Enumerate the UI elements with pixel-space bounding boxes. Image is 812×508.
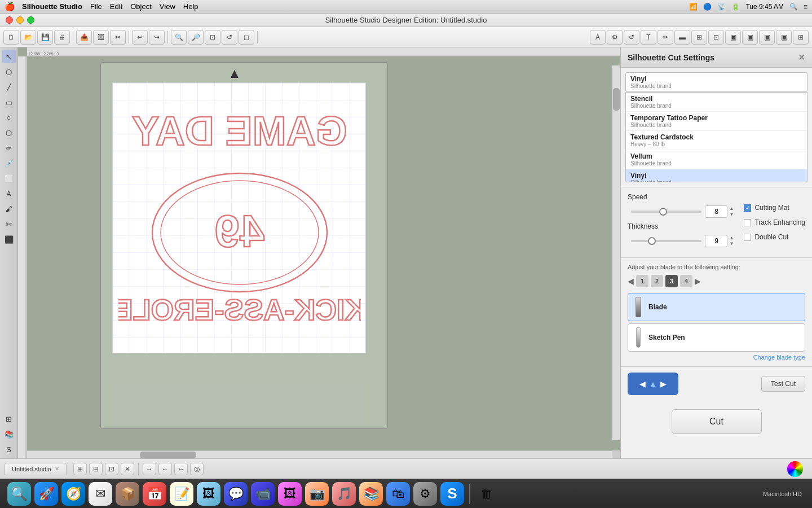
open-button[interactable]: 📂 [20,30,36,45]
menubar-edit[interactable]: Edit [110,2,122,11]
silhouette-panel[interactable]: S [2,443,16,456]
cut-button[interactable]: Cut [672,409,762,434]
nav-up-button[interactable]: ▲ [649,379,657,388]
node-tool-button[interactable]: ⚙ [607,30,623,45]
speed-up-button[interactable]: ▲ [728,206,735,212]
dock-sysprefs[interactable]: ⚙ [413,482,437,506]
text-tool-button[interactable]: T [641,30,656,45]
test-cut-button[interactable]: Test Cut [761,376,805,392]
dock-facetime[interactable]: 📹 [251,482,275,506]
thickness-up-button[interactable]: ▲ [728,235,735,241]
speed-input[interactable]: 8 [705,205,727,218]
dock-notes[interactable]: 📝 [170,482,193,506]
dock-calendar[interactable]: 📅 [143,482,166,506]
panel2-button[interactable]: ▣ [742,30,758,45]
paint-tool[interactable]: 🖌 [2,202,16,216]
menubar-file[interactable]: File [90,2,102,11]
thickness-slider[interactable] [631,240,701,242]
vertical-scrollbar-thumb[interactable] [613,88,620,111]
redo-button[interactable]: ↪ [149,30,165,45]
undo-button[interactable]: ↩ [132,30,148,45]
dock-messages[interactable]: 💬 [224,482,248,506]
backward-button[interactable]: ← [158,463,172,475]
layers-panel[interactable]: ⊞ [2,412,16,426]
nav-right-button[interactable]: ▶ [660,379,667,388]
tab-untitled-studio[interactable]: Untitled.studio ✕ [5,463,67,475]
panel-close-button[interactable]: ✕ [798,52,805,63]
delete-button[interactable]: ✕ [121,463,134,475]
draw-tool[interactable]: ✏ [2,141,16,155]
cutting-mat-checkbox[interactable]: ✓ [744,204,751,212]
apple-menu[interactable]: 🍎 [5,2,15,12]
thickness-down-button[interactable]: ▼ [728,241,735,247]
dock-photos[interactable]: 🖼 [278,482,302,506]
menubar-help[interactable]: Help [183,2,198,11]
select-tool-button[interactable]: A [590,30,606,45]
panel1-button[interactable]: ▣ [725,30,741,45]
thickness-slider-thumb[interactable] [648,237,656,245]
material-item-vellum[interactable]: Vellum Silhouette brand [626,150,807,169]
design-canvas[interactable]: GAME DAY 49 KICK-ASS-EROLE [118,89,361,348]
flip-button[interactable]: ↔ [174,463,188,475]
dock-mail[interactable]: ✉ [89,482,112,506]
polygon-tool[interactable]: ⬡ [2,126,16,139]
cut-button[interactable]: ✂ [110,30,126,45]
dock-appstore[interactable]: 🛍 [386,482,410,506]
blade-option-blade[interactable]: Blade [628,293,805,321]
speed-slider[interactable] [631,211,701,213]
material-item-stencil[interactable]: Stencil Silhouette brand [626,93,807,112]
nav-left-button[interactable]: ◀ [639,379,646,388]
dock-finder[interactable]: 🔍 [7,482,31,506]
layers-button[interactable]: ⊡ [708,30,724,45]
canvas-scroll[interactable]: ▲ GAME DAY 49 [27,56,620,449]
print-reg-button[interactable]: 🖼 [93,30,109,45]
control-icon[interactable]: ≡ [804,3,807,11]
blade-num-4[interactable]: 4 [680,275,692,287]
close-window-button[interactable] [6,16,13,24]
dock-silhouette[interactable]: S [440,482,464,506]
library-panel[interactable]: 📚 [2,427,16,441]
zoom-out-button[interactable]: 🔎 [188,30,204,45]
save-button[interactable]: 💾 [37,30,53,45]
crop-tool[interactable]: ✄ [2,217,16,231]
menubar-object[interactable]: Object [130,2,152,11]
fill-tool[interactable]: ⬛ [2,233,16,246]
forward-button[interactable]: → [143,463,156,475]
zoom-reset-button[interactable]: ↺ [222,30,237,45]
eyedropper-tool[interactable]: 💉 [2,156,16,170]
ellipse-tool[interactable]: ○ [2,111,16,124]
send-to-silhouette-button[interactable]: 📤 [76,30,92,45]
minimize-window-button[interactable] [16,16,24,24]
tab-close-button[interactable]: ✕ [55,466,59,472]
dock-rocket[interactable]: 🚀 [34,482,58,506]
print-button[interactable]: 🖨 [54,30,70,45]
pen-tool-button[interactable]: ✏ [657,30,673,45]
text-tool[interactable]: A [2,187,16,200]
speed-down-button[interactable]: ▼ [728,212,735,217]
double-cut-checkbox[interactable] [744,234,751,241]
menubar-app[interactable]: Silhouette Studio [22,2,82,11]
fill-tool-button[interactable]: ▬ [674,30,690,45]
dock-safari[interactable]: 🧭 [61,482,85,506]
change-blade-type-link[interactable]: Change blade type [628,354,805,361]
dock-photobooth[interactable]: 📷 [305,482,329,506]
line-tool[interactable]: ╱ [2,80,16,94]
search-icon[interactable]: 🔍 [789,3,798,11]
rectangle-tool[interactable]: ▭ [2,95,16,109]
thickness-input[interactable]: 9 [705,235,727,247]
eraser-tool[interactable]: ⬜ [2,172,16,185]
panel4-button[interactable]: ▣ [776,30,792,45]
material-item-vinyl[interactable]: Vinyl Silhouette brand [626,169,807,182]
blade-num-3[interactable]: 3 [665,275,678,287]
ungroup-button[interactable]: ⊡ [105,463,118,475]
blade-next-button[interactable]: ▶ [695,277,701,286]
grid-view-button[interactable]: ⊞ [691,30,707,45]
rotate-tool-button[interactable]: ↺ [624,30,639,45]
material-item-cardstock[interactable]: Textured Cardstock Heavy – 80 lb [626,131,807,150]
panel3-button[interactable]: ▣ [759,30,775,45]
zoom-fit-button[interactable]: ⊡ [205,30,220,45]
zoom-in-button[interactable]: 🔍 [171,30,187,45]
blade-option-sketch-pen[interactable]: Sketch Pen [628,323,805,352]
target-button[interactable]: ◎ [190,463,204,475]
node-tool[interactable]: ⬡ [2,65,16,78]
